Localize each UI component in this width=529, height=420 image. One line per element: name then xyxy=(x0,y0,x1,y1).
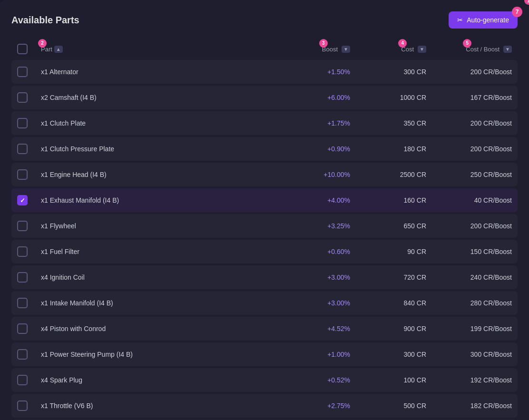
boost-value: +0.52% xyxy=(274,376,350,384)
table-row: x4 Ignition Coil +3.00% 720 CR 240 CR/Bo… xyxy=(11,265,518,289)
boost-value: +10.00% xyxy=(274,171,350,178)
row-checkbox[interactable] xyxy=(17,169,28,180)
row-checkbox[interactable] xyxy=(17,375,28,385)
select-col-badge: 1 xyxy=(524,0,529,5)
checkbox-cell xyxy=(17,118,41,128)
checkbox-cell xyxy=(17,298,41,308)
table-row: x1 Fuel Filter +0.60% 90 CR 150 CR/Boost xyxy=(11,240,518,264)
cost-value: 90 CR xyxy=(350,248,426,255)
costboost-value: 300 CR/Boost xyxy=(426,351,512,358)
costboost-value: 40 CR/Boost xyxy=(426,196,512,204)
row-checkbox[interactable] xyxy=(17,118,28,128)
part-name: x1 Fuel Filter xyxy=(41,248,274,255)
cost-value: 720 CR xyxy=(350,273,426,281)
costboost-value: 280 CR/Boost xyxy=(426,299,512,307)
checkbox-cell xyxy=(17,221,41,231)
part-name: x1 Exhaust Manifold (I4 B) xyxy=(41,196,274,204)
cost-value: 300 CR xyxy=(350,351,426,358)
table-row: x2 Camshaft (I4 B) +6.00% 1000 CR 167 CR… xyxy=(11,86,518,109)
select-all-checkbox[interactable]: 1 xyxy=(17,44,28,54)
cost-value: 350 CR xyxy=(350,119,426,127)
table-body: x1 Alternator +1.50% 300 CR 200 CR/Boost… xyxy=(11,60,518,420)
boost-value: +3.00% xyxy=(274,299,350,307)
boost-value: +4.52% xyxy=(274,325,350,332)
part-col-header: 2 Part ▲ xyxy=(41,46,274,53)
auto-generate-badge: 7 xyxy=(512,7,522,17)
boost-col-num-badge: 3 xyxy=(319,39,328,48)
costboost-sort-icon: ▼ xyxy=(503,46,512,53)
row-checkbox[interactable] xyxy=(17,92,28,103)
table-row: x1 Clutch Pressure Plate +0.90% 180 CR 2… xyxy=(11,137,518,161)
costboost-value: 200 CR/Boost xyxy=(426,222,512,230)
costboost-value: 199 CR/Boost xyxy=(426,325,512,332)
part-name: x1 Throttle (V6 B) xyxy=(41,402,274,410)
table-row: x1 Throttle (V6 B) +2.75% 500 CR 182 CR/… xyxy=(11,394,518,418)
cost-value: 500 CR xyxy=(350,402,426,410)
cost-value: 160 CR xyxy=(350,196,426,204)
boost-value: +0.60% xyxy=(274,248,350,255)
checkbox-cell xyxy=(17,92,41,103)
costboost-col-num-badge: 5 xyxy=(463,39,471,48)
part-name: x4 Piston with Conrod xyxy=(41,325,274,332)
costboost-value: 250 CR/Boost xyxy=(426,171,512,178)
part-name: x1 Flywheel xyxy=(41,222,274,230)
table-row: x1 Alternator +1.50% 300 CR 200 CR/Boost xyxy=(11,60,518,84)
checkbox-cell xyxy=(17,400,41,411)
cost-col-header: 4 Cost ▼ xyxy=(350,46,426,53)
checkbox-cell xyxy=(17,246,41,257)
boost-value: +3.00% xyxy=(274,273,350,281)
row-checkbox[interactable] xyxy=(17,195,28,205)
row-checkbox[interactable] xyxy=(17,221,28,231)
boost-value: +4.00% xyxy=(274,196,350,204)
row-checkbox[interactable] xyxy=(17,144,28,154)
checkbox-cell xyxy=(17,195,41,205)
header: Available Parts ✂ Auto-generate 7 xyxy=(11,11,518,29)
checkbox-cell xyxy=(17,375,41,385)
cost-value: 300 CR xyxy=(350,68,426,76)
cost-value: 650 CR xyxy=(350,222,426,230)
boost-value: +0.90% xyxy=(274,145,350,153)
cost-value: 100 CR xyxy=(350,376,426,384)
cost-value: 180 CR xyxy=(350,145,426,153)
table-row: x1 Flywheel +3.25% 650 CR 200 CR/Boost xyxy=(11,214,518,238)
table-row: x1 Engine Head (I4 B) +10.00% 2500 CR 25… xyxy=(11,163,518,186)
part-name: x4 Spark Plug xyxy=(41,376,274,384)
cost-sort-button[interactable]: 4 Cost ▼ xyxy=(401,46,426,53)
table-row: x1 Intake Manifold (I4 B) +3.00% 840 CR … xyxy=(11,291,518,315)
row-checkbox[interactable] xyxy=(17,349,28,360)
table-row: x4 Piston with Conrod +4.52% 900 CR 199 … xyxy=(11,317,518,341)
boost-value: +3.25% xyxy=(274,222,350,230)
cost-col-num-badge: 4 xyxy=(398,39,407,48)
table-row: x1 Power Steering Pump (I4 B) +1.00% 300… xyxy=(11,342,518,366)
part-name: x1 Intake Manifold (I4 B) xyxy=(41,299,274,307)
row-checkbox[interactable] xyxy=(17,272,28,283)
part-sort-icon: ▲ xyxy=(54,46,63,53)
checkbox-cell xyxy=(17,144,41,154)
table-row: x4 Spark Plug +0.52% 100 CR 192 CR/Boost xyxy=(11,368,518,392)
row-checkbox[interactable] xyxy=(17,298,28,308)
part-name: x1 Clutch Pressure Plate xyxy=(41,145,274,153)
part-name: x1 Clutch Plate xyxy=(41,119,274,127)
part-name: x1 Engine Head (I4 B) xyxy=(41,171,274,178)
costboost-value: 200 CR/Boost xyxy=(426,145,512,153)
part-sort-button[interactable]: 2 Part ▲ xyxy=(41,46,63,53)
cost-value: 2500 CR xyxy=(350,171,426,178)
costboost-col-header: 5 Cost / Boost ▼ xyxy=(426,46,512,53)
auto-generate-label: Auto-generate xyxy=(467,16,509,24)
boost-col-header: 3 Boost ▼ xyxy=(274,46,350,53)
costboost-value: 200 CR/Boost xyxy=(426,68,512,76)
boost-value: +1.00% xyxy=(274,351,350,358)
boost-sort-button[interactable]: 3 Boost ▼ xyxy=(322,46,350,53)
checkbox-cell xyxy=(17,67,41,77)
boost-value: +6.00% xyxy=(274,94,350,101)
row-checkbox[interactable] xyxy=(17,67,28,77)
part-col-num-badge: 2 xyxy=(38,39,47,48)
row-checkbox[interactable] xyxy=(17,246,28,257)
costboost-sort-button[interactable]: 5 Cost / Boost ▼ xyxy=(466,46,512,53)
auto-generate-button[interactable]: ✂ Auto-generate 7 xyxy=(449,11,518,29)
costboost-value: 192 CR/Boost xyxy=(426,376,512,384)
row-checkbox[interactable] xyxy=(17,323,28,334)
checkbox-cell xyxy=(17,169,41,180)
select-all-cell: 1 xyxy=(17,44,41,54)
row-checkbox[interactable] xyxy=(17,400,28,411)
